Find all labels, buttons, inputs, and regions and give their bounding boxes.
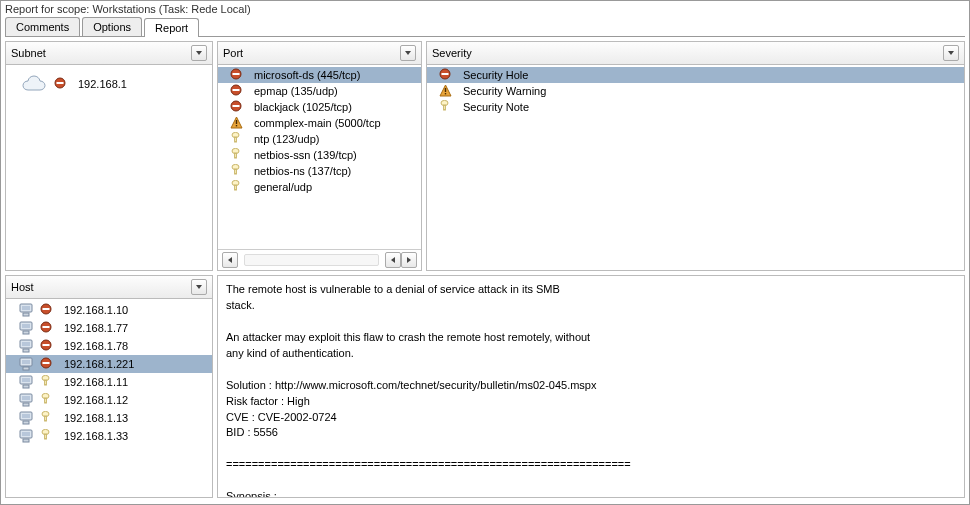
host-item[interactable]: 192.168.1.12 — [6, 391, 212, 409]
content-grid: Subnet 192.168.1 Port microsoft-ds (445/… — [1, 37, 969, 502]
port-item[interactable]: epmap (135/udp) — [218, 83, 421, 99]
svg-rect-5 — [233, 89, 240, 91]
svg-rect-22 — [445, 88, 446, 92]
severity-hole-icon — [230, 68, 244, 82]
severity-hole-icon — [54, 77, 68, 91]
port-item[interactable]: microsoft-ds (445/tcp) — [218, 67, 421, 83]
scroll-left-button[interactable] — [222, 252, 238, 268]
host-item[interactable]: 192.168.1.77 — [6, 319, 212, 337]
host-icon — [18, 392, 34, 408]
svg-rect-63 — [23, 439, 29, 442]
svg-rect-25 — [444, 105, 446, 110]
port-item[interactable]: netbios-ssn (139/tcp) — [218, 147, 421, 163]
port-item[interactable]: netbios-ns (137/tcp) — [218, 163, 421, 179]
host-header-label: Host — [11, 281, 34, 293]
severity-warning-icon — [439, 84, 453, 98]
svg-rect-7 — [233, 105, 240, 107]
host-item[interactable]: 192.168.1.11 — [6, 373, 212, 391]
top-right-grid: Port microsoft-ds (445/tcp)epmap (135/ud… — [217, 41, 965, 271]
svg-rect-18 — [235, 185, 237, 190]
host-icon — [18, 428, 34, 444]
svg-rect-38 — [23, 349, 29, 352]
host-dropdown-button[interactable] — [191, 279, 207, 295]
severity-dropdown-button[interactable] — [943, 45, 959, 61]
scroll-left2-button[interactable] — [385, 252, 401, 268]
svg-rect-47 — [22, 378, 30, 382]
host-icon — [18, 356, 34, 372]
arrow-left-icon — [391, 257, 395, 263]
severity-note-icon — [40, 375, 54, 389]
severity-note-icon — [230, 148, 244, 162]
severity-label: Security Hole — [459, 68, 532, 82]
subnet-list[interactable]: 192.168.1 — [6, 65, 212, 270]
window-title: Report for scope: Workstations (Task: Re… — [1, 1, 969, 15]
port-label: blackjack (1025/tcp) — [250, 100, 356, 114]
host-item[interactable]: 192.168.1.13 — [6, 409, 212, 427]
severity-hole-icon — [40, 357, 54, 371]
host-item[interactable]: 192.168.1.221 — [6, 355, 212, 373]
host-label: 192.168.1.10 — [60, 303, 132, 317]
host-header: Host — [6, 276, 212, 299]
subnet-dropdown-button[interactable] — [191, 45, 207, 61]
port-label: epmap (135/udp) — [250, 84, 342, 98]
severity-panel: Severity Security HoleSecurity WarningSe… — [426, 41, 965, 271]
svg-rect-30 — [43, 308, 50, 310]
host-list[interactable]: 192.168.1.10192.168.1.77192.168.1.78192.… — [6, 299, 212, 497]
host-label: 192.168.1.77 — [60, 321, 132, 335]
svg-rect-52 — [22, 396, 30, 400]
chevron-down-icon — [196, 51, 202, 55]
subnet-label: 192.168.1 — [74, 77, 131, 91]
severity-header-label: Severity — [432, 47, 472, 59]
svg-rect-50 — [45, 380, 47, 385]
host-item[interactable]: 192.168.1.78 — [6, 337, 212, 355]
port-header-label: Port — [223, 47, 243, 59]
svg-rect-62 — [22, 432, 30, 436]
svg-rect-9 — [236, 120, 237, 124]
report-window: Report for scope: Workstations (Task: Re… — [0, 0, 970, 505]
tab-report[interactable]: Report — [144, 18, 199, 37]
svg-rect-45 — [43, 362, 50, 364]
severity-hole-icon — [40, 303, 54, 317]
port-dropdown-button[interactable] — [400, 45, 416, 61]
port-label: ntp (123/udp) — [250, 132, 323, 146]
detail-text[interactable]: The remote host is vulnerable to a denia… — [218, 276, 964, 497]
subnet-item[interactable]: 192.168.1 — [6, 67, 212, 101]
subnet-panel: Subnet 192.168.1 — [5, 41, 213, 271]
port-list[interactable]: microsoft-ds (445/tcp)epmap (135/udp)bla… — [218, 65, 421, 249]
port-item[interactable]: blackjack (1025/tcp) — [218, 99, 421, 115]
severity-item[interactable]: Security Warning — [427, 83, 964, 99]
port-label: microsoft-ds (445/tcp) — [250, 68, 364, 82]
horizontal-scrollbar[interactable] — [244, 254, 379, 266]
chevron-down-icon — [948, 51, 954, 55]
tab-bar: CommentsOptionsReport — [5, 17, 965, 37]
scroll-right-button[interactable] — [401, 252, 417, 268]
svg-rect-57 — [22, 414, 30, 418]
port-item[interactable]: ntp (123/udp) — [218, 131, 421, 147]
severity-label: Security Note — [459, 100, 533, 114]
svg-rect-27 — [22, 306, 30, 310]
tab-comments[interactable]: Comments — [5, 17, 80, 36]
tab-options[interactable]: Options — [82, 17, 142, 36]
port-item[interactable]: commplex-main (5000/tcp — [218, 115, 421, 131]
svg-rect-42 — [22, 360, 30, 364]
severity-hole-icon — [40, 339, 54, 353]
severity-warning-icon — [230, 116, 244, 130]
cloud-icon — [20, 73, 48, 95]
severity-item[interactable]: Security Note — [427, 99, 964, 115]
svg-rect-28 — [23, 313, 29, 316]
host-item[interactable]: 192.168.1.10 — [6, 301, 212, 319]
severity-note-icon — [40, 393, 54, 407]
severity-list[interactable]: Security HoleSecurity WarningSecurity No… — [427, 65, 964, 270]
host-item[interactable]: 192.168.1.33 — [6, 427, 212, 445]
svg-rect-48 — [23, 385, 29, 388]
svg-rect-37 — [22, 342, 30, 346]
port-item[interactable]: general/udp — [218, 179, 421, 195]
severity-item[interactable]: Security Hole — [427, 67, 964, 83]
severity-note-icon — [439, 100, 453, 114]
severity-hole-icon — [230, 100, 244, 114]
host-label: 192.168.1.11 — [60, 375, 132, 389]
svg-rect-32 — [22, 324, 30, 328]
port-header: Port — [218, 42, 421, 65]
svg-rect-14 — [235, 153, 237, 158]
svg-rect-23 — [445, 93, 446, 94]
